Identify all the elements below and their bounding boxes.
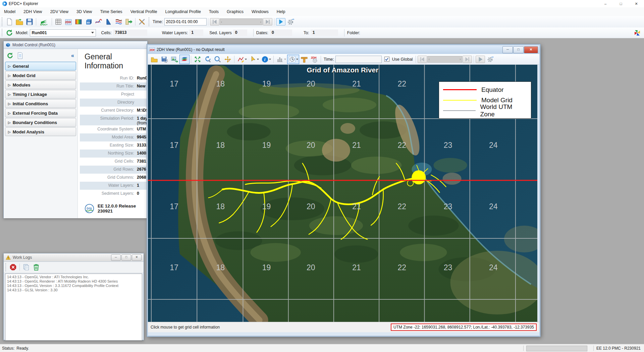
sidebar-item-external-forcing-data[interactable]: ▷External Forcing Data [5,109,76,117]
wl-minimize-icon[interactable]: ─ [111,254,121,261]
efdc-pinwheel-icon[interactable] [633,29,641,37]
view-2dh-titlebar[interactable]: 2DH 2DH View (Run001) - no Output result… [148,45,539,54]
time-input[interactable] [164,18,207,25]
v2-pan-button[interactable] [223,55,233,64]
menu-item-3d-view[interactable]: 3D View [72,7,96,16]
chevron-down-icon [284,59,286,60]
v2-first-button[interactable] [418,56,427,63]
v2-ruler-button[interactable] [299,55,309,64]
mc-report-button[interactable] [15,51,25,60]
wl-close-icon[interactable]: ✕ [132,254,142,261]
2dh-view-button[interactable]: 2DH [63,17,73,26]
grid-view-button[interactable] [53,17,63,26]
wl-clear-button[interactable] [8,262,18,272]
v2-time-input[interactable] [335,56,382,63]
menu-item-2dv-view[interactable]: 2DV View [46,7,72,16]
work-logs-list[interactable]: 14:43:13 - OpenGL Vendor : ATI Technolog… [5,274,142,341]
slider-right-arrow-icon[interactable]: › [260,20,261,24]
wl-delete-log-button[interactable] [31,262,41,272]
legend-swatch [443,110,476,111]
v2-save-settings-button[interactable] [159,55,169,64]
v2-chart-button[interactable] [275,55,287,64]
maximize-icon[interactable]: □ [613,0,629,7]
longitudinal-profile-button[interactable] [114,17,124,26]
tools-button[interactable] [137,17,147,26]
menu-item-help[interactable]: Help [273,7,289,16]
menu-item-model[interactable]: Model [0,7,19,16]
sidebar-item-general[interactable]: ▷General [5,62,76,70]
slider-left-arrow-icon[interactable]: ‹ [429,57,430,61]
v2-zoom-window-button[interactable] [213,55,223,64]
new-file-icon [5,18,13,26]
expand-arrow-icon: ▷ [8,74,11,77]
v2-polyline-button[interactable] [236,55,248,64]
sidebar-item-modules[interactable]: ▷Modules [5,80,76,89]
slider-right-arrow-icon[interactable]: › [460,57,461,61]
slider-left-arrow-icon[interactable]: ‹ [221,20,222,24]
app-titlebar[interactable]: EFDC+ Explorer – □ ✕ [0,0,644,8]
model-label: Model: [16,31,29,35]
v2-info-button[interactable]: i [260,55,272,64]
minimize-icon[interactable]: – [598,0,613,7]
save-model-button[interactable] [24,17,35,26]
close-icon[interactable]: ✕ [629,0,644,7]
time-series-button[interactable] [94,17,104,26]
wl-copy-button[interactable] [21,262,31,272]
run-efdc-button[interactable]: EFDC+ [38,17,50,26]
v2-layers-button[interactable] [179,55,190,64]
menu-item-longitudinal-profile[interactable]: Longitudinal Profile [161,7,205,16]
zoom-window-icon [214,56,221,63]
map-canvas[interactable]: 1718192021221718192021222324171819202122… [148,65,537,322]
animation-settings-button[interactable] [286,17,296,26]
v2-clock-button[interactable] [287,55,299,64]
v2-play-button[interactable] [476,56,485,63]
v2-pointer-button[interactable] [248,55,260,64]
work-logs-titlebar[interactable]: Work Logs ─ □ ✕ [4,253,144,262]
vertical-profile-button[interactable] [104,17,114,26]
v2-zoom-previous-button[interactable] [203,55,213,64]
new-file-button[interactable] [4,17,14,26]
toolbar-grip[interactable] [148,17,150,26]
menu-item-vertical-profile[interactable]: Vertical Profile [126,7,161,16]
menu-item-time-series[interactable]: Time Series [96,7,126,16]
time-slider[interactable]: ‹› [220,18,263,25]
toolbar-grip[interactable] [5,263,7,272]
v2-minimize-icon[interactable]: ─ [502,46,513,53]
v2-open-button[interactable] [149,55,159,64]
menu-item-tools[interactable]: Tools [205,7,223,16]
v2-time-slider[interactable]: ‹› [427,56,462,63]
menu-item-windows[interactable]: Windows [248,7,273,16]
toolbar-grip[interactable] [1,17,3,26]
last-step-button[interactable] [263,18,272,25]
info-row: Easting Size:3133271 [80,141,147,150]
sidebar-item-boundary-conditions[interactable]: ▷Boundary Conditions [5,118,76,127]
sidebar-item-timing-linkage[interactable]: ▷Timing / Linkage [5,90,76,99]
open-model-button[interactable] [14,17,24,26]
model-select[interactable]: Run001 [30,29,96,37]
v2-zoom-extents-button[interactable] [193,55,203,64]
toolbar-grip[interactable] [1,28,3,37]
v2-close-icon[interactable]: ✕ [524,46,538,53]
v2-last-button[interactable] [463,56,472,63]
refresh-model-button[interactable] [4,28,14,38]
palette-button[interactable] [73,17,84,26]
sidebar-item-initial-conditions[interactable]: ▷Initial Conditions [5,99,76,108]
v2-animation-settings-button[interactable] [485,55,495,64]
v2-export-image-button[interactable] [169,55,179,64]
v2-maximize-icon[interactable]: □ [513,46,524,53]
menu-item-2dh-view[interactable]: 2DH View [19,7,46,16]
use-global-checkbox[interactable] [384,57,389,62]
mc-refresh-button[interactable] [5,51,15,60]
menu-item-graphics[interactable]: Graphics [223,7,248,16]
v2-2dh-settings-button[interactable]: 2DH [309,55,319,64]
export-model-button[interactable] [124,17,134,26]
first-step-button[interactable] [210,18,219,25]
sidebar-item-model-grid[interactable]: ▷Model Grid [5,71,76,80]
collapse-panel-button[interactable]: « [71,53,76,59]
model-control-titlebar[interactable]: Model Control (Run001) [4,41,147,49]
play-button[interactable] [276,18,285,25]
polyline-icon [237,56,245,63]
3d-view-button[interactable]: 3D [84,17,94,26]
wl-restore-icon[interactable]: □ [121,254,131,261]
sidebar-item-model-analysis[interactable]: ▷Model Analysis [5,127,76,136]
